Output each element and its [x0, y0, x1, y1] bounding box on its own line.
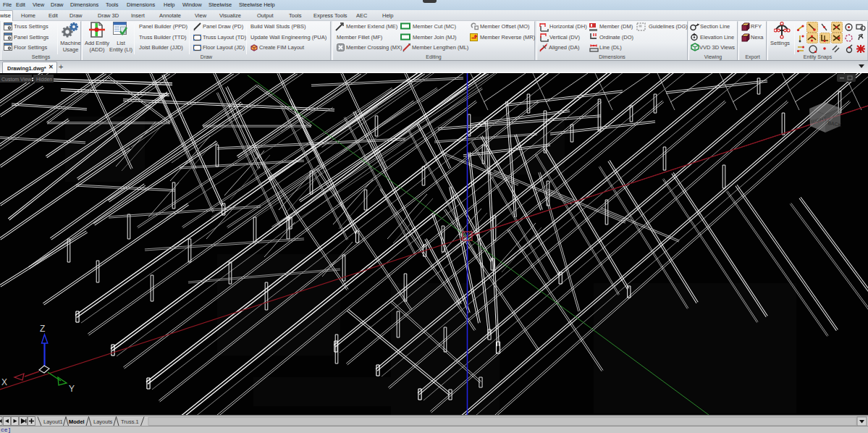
svg-text:X: X: [1, 377, 7, 387]
svg-text:Y: Y: [69, 384, 75, 394]
svg-text:Layout1: Layout1: [43, 419, 63, 425]
svg-text:Hidden: Hidden: [36, 77, 52, 82]
svg-text:Custom View: Custom View: [1, 77, 32, 82]
svg-text:Model: Model: [69, 419, 85, 425]
svg-text:Layouts: Layouts: [93, 419, 113, 425]
svg-text:Truss.1: Truss.1: [121, 419, 139, 425]
svg-text:Z: Z: [40, 324, 45, 334]
